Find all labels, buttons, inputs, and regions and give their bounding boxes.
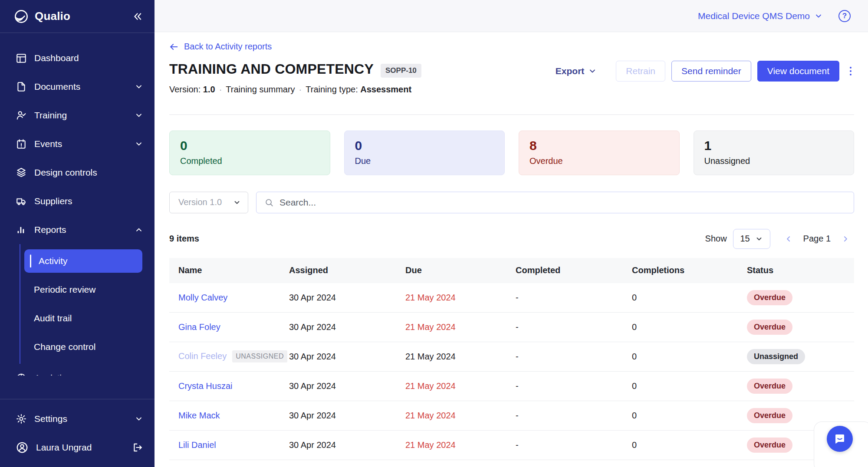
items-count: 9 items: [169, 234, 199, 244]
logout-icon[interactable]: [132, 442, 143, 453]
search-input[interactable]: [279, 197, 846, 208]
arrow-left-icon: [169, 42, 179, 52]
sidebar-item-label: Design controls: [34, 167, 97, 178]
assigned-date: 30 Apr 2024: [289, 293, 405, 303]
page-title: TRAINING AND COMPETENCY: [169, 61, 374, 77]
chevron-up-icon: [135, 225, 143, 234]
qualio-logo-icon: [13, 8, 30, 25]
back-link[interactable]: Back to Activity reports: [169, 42, 272, 52]
back-link-label: Back to Activity reports: [184, 42, 272, 52]
completions-count: 0: [632, 381, 747, 391]
view-document-button[interactable]: View document: [757, 61, 839, 82]
status-badge: Overdue: [747, 290, 792, 305]
sidebar-item-label: Reports: [34, 225, 66, 235]
stat-label: Completed: [180, 156, 319, 166]
trainee-name-link[interactable]: Colin Feeley: [178, 351, 227, 361]
chat-icon: [833, 432, 846, 445]
status-badge: Overdue: [747, 438, 792, 453]
help-glyph: ?: [842, 12, 847, 20]
status-badge: Unassigned: [747, 349, 805, 364]
column-header: Status: [747, 265, 854, 275]
stat-label: Unassigned: [704, 156, 844, 166]
more-options-icon[interactable]: [847, 64, 854, 78]
trainee-name-link[interactable]: Crysta Huszai: [178, 381, 232, 391]
meta-separator: ·: [219, 85, 222, 94]
sidebar-item-events[interactable]: Events: [0, 130, 155, 158]
type-label: Training type:: [306, 85, 358, 94]
due-date: 21 May 2024: [405, 293, 516, 303]
sidebar-item-reports[interactable]: Reports: [0, 216, 155, 244]
trainee-name-link[interactable]: Molly Calvey: [178, 293, 227, 302]
sidebar-item-documents[interactable]: Documents: [0, 72, 155, 101]
version-filter-select[interactable]: Version 1.0: [169, 192, 248, 213]
table-row: Mike Mack 30 Apr 2024 21 May 2024 - 0 Ov…: [169, 401, 854, 431]
sidebar-item-label: Settings: [34, 414, 67, 424]
help-icon[interactable]: ?: [838, 10, 851, 22]
stat-cards: 0 Completed 0 Due 8 Overdue 1 Unassigned: [169, 131, 854, 175]
stat-value: 8: [529, 138, 669, 153]
chat-launcher-button[interactable]: [827, 426, 853, 452]
sidebar-item-activity[interactable]: Activity: [24, 249, 142, 273]
table-row: Lili Daniel 30 Apr 2024 21 May 2024 - 0 …: [169, 431, 854, 460]
pie-chart-icon: [16, 372, 27, 376]
sidebar-item-dashboard[interactable]: Dashboard: [0, 44, 155, 72]
sidebar-user-row[interactable]: Laura Ungrad: [0, 433, 155, 462]
gear-icon: [16, 413, 27, 425]
topbar: Medical Device QMS Demo ?: [155, 0, 868, 32]
sidebar-item-audit-trail[interactable]: Audit trail: [20, 304, 155, 333]
retrain-button[interactable]: Retrain: [616, 61, 665, 82]
completed-date: -: [516, 352, 632, 362]
completed-date: -: [516, 293, 632, 303]
trainee-name-link[interactable]: Gina Foley: [178, 322, 220, 332]
sidebar-item-label: Periodic review: [34, 284, 95, 295]
chevron-down-icon: [135, 415, 143, 423]
due-date: 21 May 2024: [405, 381, 516, 391]
chevron-down-icon: [233, 199, 241, 206]
export-button[interactable]: Export: [556, 66, 597, 76]
document-meta: Version: 1.0·Training summary·Training t…: [169, 85, 854, 95]
sidebar-collapse-icon[interactable]: [132, 11, 143, 22]
stat-card-completed: 0 Completed: [169, 131, 330, 175]
table-row: Colin FeeleyUNASSIGNED 30 Apr 2024 21 Ma…: [169, 342, 854, 372]
workspace-switcher[interactable]: Medical Device QMS Demo: [698, 11, 823, 21]
assigned-date: 30 Apr 2024: [289, 352, 405, 362]
send-reminder-button[interactable]: Send reminder: [671, 61, 751, 82]
chevron-right-icon[interactable]: [837, 233, 854, 245]
sidebar-item-suppliers[interactable]: Suppliers: [0, 187, 155, 216]
search-box: [256, 192, 854, 213]
chevron-down-icon: [588, 67, 597, 75]
sidebar-item-label: Events: [34, 139, 62, 149]
reports-subnav: Activity Periodic review Audit trail Cha…: [20, 244, 155, 364]
status-badge: Overdue: [747, 379, 792, 394]
sidebar-item-change-control[interactable]: Change control: [20, 333, 155, 361]
page-size-select[interactable]: 15: [733, 229, 770, 249]
assigned-date: 30 Apr 2024: [289, 322, 405, 332]
completions-count: 0: [632, 293, 747, 303]
sidebar-nav: Dashboard Documents Training: [0, 33, 155, 376]
sidebar-item-analytics[interactable]: Analytics: [0, 364, 155, 376]
sidebar-item-periodic-review[interactable]: Periodic review: [20, 275, 155, 304]
main-content: Back to Activity reports TRAINING AND CO…: [169, 32, 854, 460]
active-indicator: [30, 255, 31, 268]
completed-date: -: [516, 440, 632, 450]
status-badge: Overdue: [747, 320, 792, 335]
sidebar-item-training[interactable]: Training: [0, 101, 155, 130]
chevron-down-icon: [135, 111, 143, 120]
version-label: Version:: [169, 85, 201, 94]
sidebar-item-design-controls[interactable]: Design controls: [0, 158, 155, 187]
search-icon: [264, 198, 274, 207]
logo-text: Qualio: [35, 10, 70, 23]
sidebar-bottom: Settings Laura Ungrad: [0, 399, 155, 467]
trainee-name-link[interactable]: Mike Mack: [178, 411, 220, 420]
trainee-name-link[interactable]: Lili Daniel: [178, 440, 216, 450]
doc-code-badge: SOPP-10: [381, 64, 421, 78]
sidebar-item-settings[interactable]: Settings: [0, 405, 155, 433]
due-date: 21 May 2024: [405, 352, 516, 362]
stat-card-unassigned: 1 Unassigned: [694, 131, 855, 175]
layers-icon: [16, 167, 27, 178]
completions-count: 0: [632, 411, 747, 421]
summary-label: Training summary: [226, 85, 295, 94]
table-row: Gina Foley 30 Apr 2024 21 May 2024 - 0 O…: [169, 313, 854, 342]
chevron-left-icon[interactable]: [780, 233, 797, 245]
column-header: Name: [169, 265, 289, 275]
